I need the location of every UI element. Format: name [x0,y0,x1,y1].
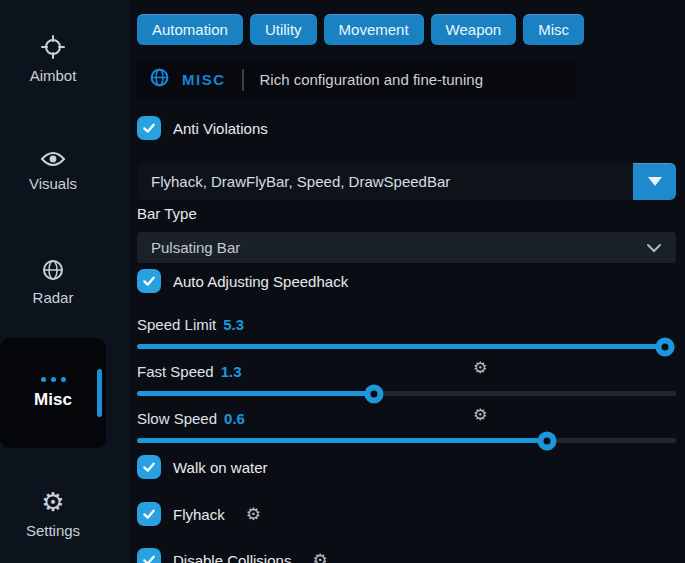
toggle-auto-adjusting-speedhack[interactable]: Auto Adjusting Speedhack [137,269,676,293]
section-subtitle: Rich configuration and fine-tuning [260,71,483,88]
toggle-disable-collisions[interactable]: Disable Collisions ⚙ [137,548,676,563]
speed-limit-group: Speed Limit 5.3 [137,314,676,349]
checkbox-checked-icon[interactable] [137,548,161,563]
sidebar-item-radar[interactable]: Radar [0,258,106,306]
slider-value: 5.3 [223,316,244,333]
slider-label: Fast Speed [137,363,214,380]
tab-misc[interactable]: Misc [523,14,584,45]
slider-label-row: Speed Limit 5.3 [137,314,676,334]
speed-limit-slider[interactable] [137,344,676,349]
slow-speed-slider[interactable] [137,438,676,443]
globe-icon [149,67,170,92]
selected-accent-bar [97,369,102,417]
checkbox-checked-icon[interactable] [137,502,161,526]
toggle-label: Auto Adjusting Speedhack [173,273,348,290]
sidebar-item-visuals[interactable]: Visuals [0,150,106,192]
slider-label: Speed Limit [137,316,216,333]
tab-utility[interactable]: Utility [250,14,317,45]
eye-icon [40,150,66,168]
section-title: MISC [182,71,226,88]
gear-icon[interactable]: ⚙ [473,360,487,376]
toggle-label: Flyhack [173,506,225,523]
gear-icon: ⚙ [41,489,64,515]
cheat-menu-window: Aimbot Visuals Radar Mi [0,0,685,563]
fast-speed-group: Fast Speed 1.3 ⚙ [137,361,676,396]
slider-fill [137,391,374,396]
slider-fill [137,344,665,349]
slider-label-row: Slow Speed 0.6 ⚙ [137,408,676,428]
sidebar-item-label: Aimbot [30,67,77,84]
category-tabs: Automation Utility Movement Weapon Misc [137,14,676,45]
bar-type-label: Bar Type [137,205,676,223]
checkbox-checked-icon[interactable] [137,455,161,479]
checkbox-checked-icon[interactable] [137,116,161,140]
checkbox-checked-icon[interactable] [137,269,161,293]
bar-type-select[interactable]: Pulsating Bar [137,232,676,263]
ellipsis-icon [41,377,66,382]
chevron-down-icon [646,239,662,257]
gear-icon[interactable]: ⚙ [312,552,327,563]
combobox-dropdown-button[interactable] [633,163,676,200]
toggle-label: Anti Violations [173,120,268,137]
tab-movement[interactable]: Movement [324,14,424,45]
select-value: Pulsating Bar [151,239,646,256]
tab-automation[interactable]: Automation [137,14,243,45]
sidebar-item-settings[interactable]: ⚙ Settings [0,489,106,539]
sidebar-item-label: Misc [34,390,72,410]
slider-thumb[interactable] [656,337,675,356]
header-divider [242,69,244,91]
gear-icon[interactable]: ⚙ [246,506,261,523]
sidebar-item-label: Visuals [29,175,77,192]
main-panel: Automation Utility Movement Weapon Misc … [130,0,685,563]
toggle-walk-on-water[interactable]: Walk on water [137,455,676,479]
sidebar-item-label: Settings [26,522,80,539]
slider-label: Slow Speed [137,410,217,427]
section-header: MISC Rich configuration and fine-tuning [137,60,577,99]
tab-weapon[interactable]: Weapon [431,14,517,45]
toggle-flyhack[interactable]: Flyhack ⚙ [137,502,676,526]
toggle-label: Disable Collisions [173,552,291,563]
sidebar-item-misc-selected[interactable]: Misc [0,338,106,448]
toggle-anti-violations[interactable]: Anti Violations [137,116,676,140]
globe-icon [41,258,65,282]
toggle-label: Walk on water [173,459,267,476]
slider-value: 1.3 [221,363,242,380]
crosshair-icon [40,34,66,60]
slider-value: 0.6 [224,410,245,427]
triangle-down-icon [648,177,662,186]
slider-thumb[interactable] [365,384,384,403]
slow-speed-group: Slow Speed 0.6 ⚙ [137,408,676,443]
slider-label-row: Fast Speed 1.3 ⚙ [137,361,676,381]
combobox-value: Flyhack, DrawFlyBar, Speed, DrawSpeedBar [137,173,633,190]
gear-icon[interactable]: ⚙ [473,407,487,423]
slider-thumb[interactable] [537,431,556,450]
sidebar: Aimbot Visuals Radar Mi [0,0,130,563]
sidebar-item-label: Radar [33,289,74,306]
bar-flags-combobox[interactable]: Flyhack, DrawFlyBar, Speed, DrawSpeedBar [137,163,676,200]
sidebar-item-aimbot[interactable]: Aimbot [0,34,106,84]
fast-speed-slider[interactable] [137,391,676,396]
slider-fill [137,438,547,443]
